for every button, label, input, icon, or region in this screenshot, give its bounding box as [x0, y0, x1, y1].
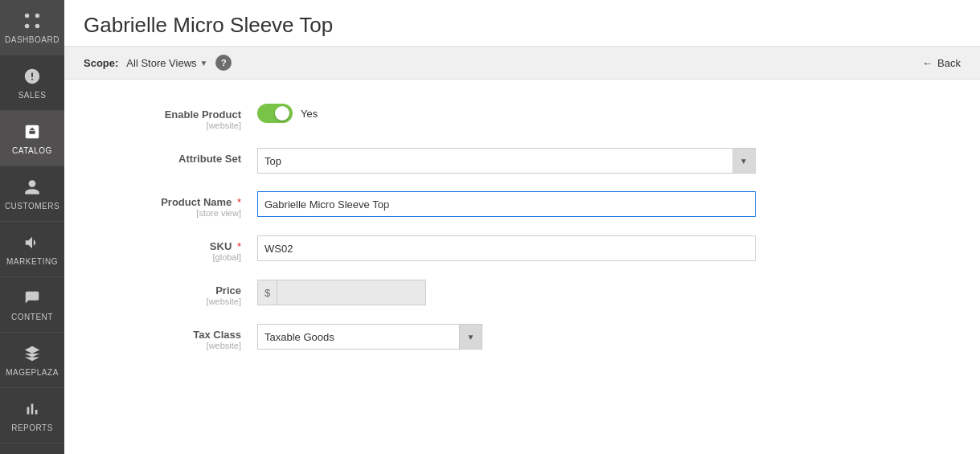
enable-product-toggle[interactable]: [257, 104, 293, 123]
sidebar-item-mageplaza[interactable]: MAGEPLAZA: [0, 333, 64, 388]
mageplaza-icon: [21, 342, 43, 365]
product-name-scope: [store view]: [96, 208, 241, 218]
sidebar-item-label: MARKETING: [6, 257, 58, 267]
attribute-set-arrow: ▼: [732, 149, 755, 173]
toggle-row: Yes: [257, 104, 756, 123]
sidebar-item-label: CONTENT: [11, 313, 53, 322]
attribute-set-field: Top ▼: [257, 148, 756, 174]
product-name-input[interactable]: [257, 191, 756, 217]
enable-product-row: Enable Product [website] Yes: [96, 104, 756, 130]
sidebar-item-sales[interactable]: SALES: [0, 55, 64, 111]
page-header: Gabrielle Micro Sleeve Top: [64, 0, 980, 47]
tax-select-arrow-icon: ▼: [460, 324, 482, 350]
scope-select[interactable]: All Store Views ▼: [126, 57, 207, 69]
sales-icon: [21, 65, 43, 88]
toggle-thumb: [275, 106, 289, 121]
sidebar-item-label: CUSTOMERS: [5, 202, 59, 211]
sidebar-item-reports[interactable]: REPORTS: [0, 388, 64, 444]
tax-class-row: Tax Class [website] None Taxable Goods ▼: [96, 324, 756, 350]
svg-point-3: [35, 24, 39, 28]
toggle-label: Yes: [301, 108, 318, 120]
sidebar-item-label: REPORTS: [11, 423, 53, 433]
help-icon[interactable]: ?: [215, 55, 232, 71]
tax-class-select[interactable]: None Taxable Goods: [257, 324, 460, 350]
svg-point-1: [35, 14, 39, 18]
sidebar: DASHBOARD SALES CATALOG CUSTOMERS MARKET…: [0, 0, 64, 454]
sidebar-item-content[interactable]: CONTENT: [0, 277, 64, 333]
tax-class-label-col: Tax Class [website]: [96, 324, 257, 350]
sidebar-item-catalog[interactable]: CATALOG: [0, 111, 64, 166]
product-name-label: Product Name: [161, 196, 232, 208]
product-name-field: [257, 191, 756, 217]
sidebar-item-marketing[interactable]: MARKETING: [0, 222, 64, 277]
product-name-label-col: Product Name * [store view]: [96, 191, 257, 218]
sidebar-item-customers[interactable]: CUSTOMERS: [0, 166, 64, 222]
enable-product-field: Yes: [257, 104, 756, 123]
dashboard-icon: [21, 10, 43, 32]
sku-label: SKU: [210, 240, 232, 252]
product-name-required: *: [237, 196, 241, 208]
price-label: Price: [215, 284, 241, 297]
chevron-down-icon: ▼: [200, 59, 208, 67]
tax-class-select-wrap: None Taxable Goods ▼: [257, 324, 482, 350]
attribute-set-label-col: Attribute Set: [96, 148, 257, 165]
marketing-icon: [21, 231, 43, 254]
back-button[interactable]: ← Back: [922, 57, 961, 69]
price-field: $: [257, 280, 756, 305]
price-row: Price [website] $: [96, 280, 756, 306]
sku-input[interactable]: [257, 235, 756, 261]
sidebar-item-label: MAGEPLAZA: [6, 368, 59, 378]
scope-left: Scope: All Store Views ▼ ?: [84, 55, 232, 71]
tax-class-field: None Taxable Goods ▼: [257, 324, 756, 350]
sku-scope: [global]: [96, 252, 241, 262]
attribute-set-row: Attribute Set Top ▼: [96, 148, 756, 174]
currency-symbol: $: [257, 280, 277, 305]
scope-store-view: All Store Views: [126, 57, 196, 69]
back-arrow-icon: ←: [922, 57, 933, 69]
content-icon: [21, 287, 43, 309]
sidebar-item-stores[interactable]: STORES: [0, 444, 64, 454]
sku-field: [257, 235, 756, 261]
price-input[interactable]: [277, 280, 426, 305]
page-title: Gabrielle Micro Sleeve Top: [84, 13, 961, 38]
enable-product-label-col: Enable Product [website]: [96, 104, 257, 130]
toggle-track[interactable]: [257, 104, 293, 123]
scope-label: Scope:: [84, 57, 118, 69]
tax-class-label: Tax Class: [193, 329, 241, 341]
price-input-wrap: $: [257, 280, 418, 305]
sidebar-item-label: DASHBOARD: [5, 35, 59, 45]
attribute-set-value: Top: [264, 155, 281, 167]
sidebar-item-label: CATALOG: [12, 146, 52, 156]
main-content: Gabrielle Micro Sleeve Top Scope: All St…: [64, 0, 980, 454]
svg-point-2: [25, 24, 29, 28]
customers-icon: [21, 176, 43, 198]
scope-bar: Scope: All Store Views ▼ ? ← Back: [64, 47, 980, 80]
catalog-icon: [21, 121, 43, 143]
back-label: Back: [937, 57, 961, 69]
sidebar-item-dashboard[interactable]: DASHBOARD: [0, 0, 64, 55]
tax-class-scope: [website]: [96, 341, 241, 350]
product-name-row: Product Name * [store view]: [96, 191, 756, 218]
price-scope: [website]: [96, 297, 241, 306]
enable-product-scope: [website]: [96, 121, 241, 130]
reports-icon: [21, 398, 43, 420]
attribute-set-select[interactable]: Top ▼: [257, 148, 756, 174]
sku-label-col: SKU * [global]: [96, 235, 257, 262]
svg-point-0: [25, 14, 29, 18]
price-label-col: Price [website]: [96, 280, 257, 306]
attribute-set-label: Attribute Set: [178, 153, 241, 165]
sidebar-item-label: SALES: [18, 91, 47, 100]
sku-row: SKU * [global]: [96, 235, 756, 262]
enable-product-label: Enable Product: [165, 108, 241, 121]
form-area: Enable Product [website] Yes Attribute S…: [64, 80, 788, 392]
sku-required: *: [237, 240, 241, 252]
